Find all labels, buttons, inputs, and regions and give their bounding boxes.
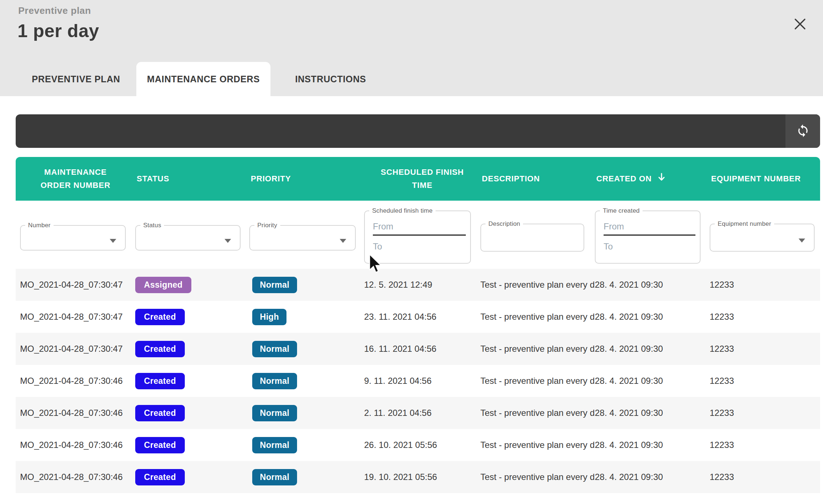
created-on-cell: 28. 4. 2021 09:30 <box>595 344 710 354</box>
equipment-number-filter-select[interactable]: Equipment number <box>710 220 815 252</box>
maintenance-orders-table: MAINTENANCE ORDER NUMBER STATUS PRIORITY… <box>16 157 820 493</box>
table-row[interactable]: MO_2021-04-28_07:30:47 Created Normal 16… <box>16 333 820 365</box>
status-badge: Created <box>135 437 185 453</box>
mo-number-cell: MO_2021-04-28_07:30:46 <box>16 472 135 482</box>
tab-maintenance-orders[interactable]: MAINTENANCE ORDERS <box>136 62 270 96</box>
time-created-to-input[interactable]: To <box>604 241 695 252</box>
table-filter-row: Number Status Priority Scheduled finish … <box>16 201 820 269</box>
header-line: EQUIPMENT NUMBER <box>711 172 801 185</box>
priority-filter-select[interactable]: Priority <box>249 222 356 251</box>
number-filter-select[interactable]: Number <box>20 222 126 251</box>
header-line: CREATED ON <box>596 172 652 185</box>
table-row[interactable]: MO_2021-04-28_07:30:47 Created High 23. … <box>16 301 820 333</box>
equipment-number-cell: 12233 <box>710 440 820 450</box>
created-on-cell: 28. 4. 2021 09:30 <box>595 408 710 418</box>
header-line: DESCRIPTION <box>482 172 540 185</box>
header-line: SCHEDULED FINISH <box>381 166 464 179</box>
column-header-maintenance-order-number[interactable]: MAINTENANCE ORDER NUMBER <box>16 157 135 201</box>
scheduled-to-input[interactable]: To <box>373 241 466 252</box>
priority-badge: Normal <box>252 341 297 357</box>
chevron-down-icon <box>110 239 116 243</box>
table-row[interactable]: MO_2021-04-28_07:30:46 Created Normal 19… <box>16 461 820 493</box>
chevron-down-icon <box>799 239 805 243</box>
table-row[interactable]: MO_2021-04-28_07:30:46 Created Normal 2.… <box>16 397 820 429</box>
column-header-scheduled-finish-time[interactable]: SCHEDULED FINISH TIME <box>364 157 480 201</box>
equipment-number-cell: 12233 <box>710 408 820 418</box>
created-on-cell: 28. 4. 2021 09:30 <box>595 472 710 482</box>
created-on-cell: 28. 4. 2021 09:30 <box>595 280 710 290</box>
mo-number-cell: MO_2021-04-28_07:30:47 <box>16 344 135 354</box>
table-row[interactable]: MO_2021-04-28_07:30:46 Created Normal 26… <box>16 429 820 461</box>
description-cell: Test - preventive plan every d… <box>480 280 595 290</box>
chevron-down-icon <box>225 239 231 243</box>
mo-number-cell: MO_2021-04-28_07:30:46 <box>16 376 135 386</box>
header-line: ORDER NUMBER <box>40 179 110 192</box>
status-cell: Created <box>135 341 249 357</box>
description-cell: Test - preventive plan every d… <box>480 440 595 450</box>
description-cell: Test - preventive plan every d… <box>480 376 595 386</box>
close-button[interactable] <box>792 16 808 33</box>
scheduled-finish-time-cell: 23. 11. 2021 04:56 <box>364 312 480 322</box>
time-created-filter: Time created From To <box>595 207 701 264</box>
context-label: Preventive plan <box>18 5 91 16</box>
table-row[interactable]: MO_2021-04-28_07:30:46 Created Normal 9.… <box>16 365 820 397</box>
scheduled-finish-time-filter-label: Scheduled finish time <box>369 207 436 214</box>
equipment-number-cell: 12233 <box>710 472 820 482</box>
column-header-description[interactable]: DESCRIPTION <box>480 157 595 201</box>
equipment-number-cell: 12233 <box>710 376 820 386</box>
scheduled-from-input[interactable]: From <box>373 218 466 236</box>
status-badge: Created <box>135 309 185 325</box>
tab-label: PREVENTIVE PLAN <box>32 74 120 84</box>
description-filter-input[interactable]: Description <box>480 220 584 252</box>
priority-cell: Normal <box>249 373 364 389</box>
tab-instructions[interactable]: INSTRUCTIONS <box>270 62 391 96</box>
status-cell: Assigned <box>135 277 249 293</box>
created-on-cell: 28. 4. 2021 09:30 <box>595 376 710 386</box>
status-cell: Created <box>135 309 249 325</box>
scheduled-finish-time-cell: 12. 5. 2021 12:49 <box>364 280 480 290</box>
header-line: MAINTENANCE <box>44 166 106 179</box>
priority-badge: Normal <box>252 373 297 389</box>
column-header-priority[interactable]: PRIORITY <box>249 157 364 201</box>
priority-cell: Normal <box>249 469 364 485</box>
header-line: TIME <box>412 179 433 192</box>
scheduled-finish-time-cell: 9. 11. 2021 04:56 <box>364 376 480 386</box>
mo-number-cell: MO_2021-04-28_07:30:46 <box>16 408 135 418</box>
scheduled-finish-time-cell: 16. 11. 2021 04:56 <box>364 344 480 354</box>
status-cell: Created <box>135 405 249 421</box>
column-header-equipment-number[interactable]: EQUIPMENT NUMBER <box>710 157 820 201</box>
priority-badge: Normal <box>252 437 297 453</box>
table-toolbar <box>16 114 820 148</box>
status-badge: Created <box>135 469 185 485</box>
priority-cell: Normal <box>249 405 364 421</box>
equipment-number-cell: 12233 <box>710 344 820 354</box>
status-cell: Created <box>135 437 249 453</box>
tab-preventive-plan[interactable]: PREVENTIVE PLAN <box>16 62 136 96</box>
priority-cell: Normal <box>249 341 364 357</box>
time-created-filter-label: Time created <box>600 207 643 214</box>
table-row[interactable]: MO_2021-04-28_07:30:47 Assigned Normal 1… <box>16 269 820 301</box>
priority-badge: Normal <box>252 277 297 293</box>
refresh-button[interactable] <box>785 114 820 148</box>
page-title: 1 per day <box>17 20 99 42</box>
chevron-down-icon <box>340 239 346 243</box>
equipment-number-cell: 12233 <box>710 280 820 290</box>
description-cell: Test - preventive plan every d… <box>480 408 595 418</box>
status-badge: Created <box>135 373 185 389</box>
header-line: PRIORITY <box>251 172 291 185</box>
refresh-icon <box>796 124 810 139</box>
column-header-created-on[interactable]: CREATED ON <box>595 157 710 201</box>
column-header-status[interactable]: STATUS <box>135 157 249 201</box>
dialog-header: Preventive plan 1 per day PREVENTIVE PLA… <box>0 0 823 96</box>
preventive-plan-dialog: Preventive plan 1 per day PREVENTIVE PLA… <box>0 0 823 504</box>
priority-cell: Normal <box>249 277 364 293</box>
time-created-from-input[interactable]: From <box>604 218 695 236</box>
created-on-cell: 28. 4. 2021 09:30 <box>595 312 710 322</box>
status-filter-select[interactable]: Status <box>135 222 241 251</box>
priority-cell: High <box>249 309 364 325</box>
created-on-cell: 28. 4. 2021 09:30 <box>595 440 710 450</box>
status-cell: Created <box>135 469 249 485</box>
tab-label: INSTRUCTIONS <box>295 74 366 84</box>
priority-cell: Normal <box>249 437 364 453</box>
priority-filter-label: Priority <box>254 222 280 229</box>
